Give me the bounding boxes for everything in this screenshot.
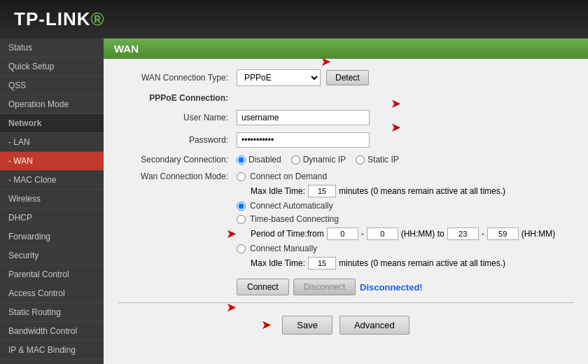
time-from-min[interactable] — [367, 227, 398, 240]
mode-manual-label: Connect Manually — [250, 244, 317, 253]
wan-form: WAN Connection Type: PPPoE Dynamic IP St… — [104, 59, 588, 349]
secondary-connection-label: Secondary Connection: — [118, 155, 237, 164]
wan-mode-label: Wan Connection Mode: — [118, 172, 237, 181]
arrow-password: ➤ — [391, 120, 401, 135]
demand-idle-input[interactable] — [308, 185, 336, 197]
wan-mode-options: Connect on Demand Max Idle Time: minutes… — [237, 172, 555, 295]
mode-manual: Connect Manually — [237, 244, 555, 253]
password-label: Password: — [118, 135, 237, 145]
secondary-static-option[interactable]: Static IP — [356, 155, 399, 164]
secondary-dynamic-option[interactable]: Dynamic IP — [291, 155, 346, 164]
mode-manual-radio[interactable] — [237, 244, 246, 253]
secondary-connection-row: Secondary Connection: Disabled Dynamic I… — [118, 155, 574, 164]
logo-symbol: ® — [91, 8, 105, 29]
time-hhmm2-label: (HH:MM) — [522, 229, 556, 239]
sidebar-item-dynamic-dns[interactable]: Dynamic DNS — [0, 360, 104, 364]
sidebar-item-access-control[interactable]: Access Control — [0, 284, 104, 303]
secondary-disabled-label: Disabled — [248, 155, 281, 164]
sidebar-item-lan[interactable]: - LAN — [0, 133, 104, 152]
sidebar-item-qss[interactable]: QSS — [0, 76, 104, 95]
arrow-connection-type: ➤ — [321, 54, 331, 69]
sidebar-item-quick-setup[interactable]: Quick Setup — [0, 57, 104, 76]
main-layout: Status Quick Setup QSS Operation Mode Ne… — [0, 38, 588, 364]
connection-type-label: WAN Connection Type: — [118, 73, 237, 83]
time-sep2: - — [482, 229, 484, 239]
connect-button[interactable]: Connect — [237, 279, 289, 295]
mode-auto: Connect Automatically — [237, 201, 555, 211]
advanced-button[interactable]: Advanced — [340, 316, 410, 335]
manual-idle-input[interactable] — [308, 257, 336, 270]
manual-idle-suffix: minutes (0 means remain active at all ti… — [339, 258, 505, 268]
password-row: Password: ➤ — [118, 132, 574, 148]
sidebar-item-status[interactable]: Status — [0, 38, 104, 57]
sidebar-item-wireless[interactable]: Wireless — [0, 190, 104, 209]
username-input[interactable] — [237, 110, 370, 125]
arrow-auto-connect: ➤ — [226, 226, 237, 241]
wan-mode-row: Wan Connection Mode: Connect on Demand M… — [118, 172, 574, 295]
pppoe-connection-label: PPPoE Connection: — [118, 93, 237, 103]
time-to-min[interactable] — [487, 227, 519, 240]
secondary-dynamic-radio[interactable] — [291, 155, 300, 164]
password-input[interactable] — [237, 132, 370, 148]
mode-demand-radio[interactable] — [237, 172, 246, 181]
time-from-label: Period of Time:from — [251, 229, 324, 239]
sidebar-item-security[interactable]: Security — [0, 246, 104, 265]
demand-idle-suffix: minutes (0 means remain active at all ti… — [339, 186, 505, 196]
mode-time-label: Time-based Connecting — [250, 214, 339, 224]
username-row: User Name: ➤ — [118, 110, 574, 125]
connection-type-select[interactable]: PPPoE Dynamic IP Static IP L2TP PPTP — [237, 69, 321, 86]
manual-idle-label: Max Idle Time: — [251, 258, 305, 268]
mode-auto-radio[interactable] — [237, 202, 246, 211]
arrow-save: ➤ — [261, 317, 272, 332]
demand-idle-row: Max Idle Time: minutes (0 means remain a… — [251, 185, 555, 197]
mode-demand: Connect on Demand — [237, 172, 555, 181]
time-from-hour[interactable] — [327, 227, 358, 240]
header: TP-LINK® — [0, 0, 588, 38]
content-area: WAN WAN Connection Type: PPPoE Dynamic I… — [104, 38, 588, 364]
secondary-static-label: Static IP — [368, 155, 399, 164]
time-to-hour[interactable] — [447, 227, 479, 240]
sidebar-item-forwarding[interactable]: Forwarding — [0, 227, 104, 246]
time-hhmm-label: (HH:MM) to — [401, 229, 444, 239]
detect-button[interactable]: Detect — [326, 70, 369, 85]
sidebar-item-ip-mac-binding[interactable]: IP & MAC Binding — [0, 341, 104, 360]
sidebar-item-network[interactable]: Network — [0, 114, 104, 133]
username-label: User Name: — [118, 113, 237, 122]
time-inputs-row: Period of Time:from - (HH:MM) to - (HH:M… — [251, 227, 555, 240]
save-button[interactable]: Save — [282, 316, 332, 335]
sidebar-item-parental-control[interactable]: Parental Control — [0, 265, 104, 284]
logo: TP-LINK® — [14, 8, 105, 30]
sidebar-item-mac-clone[interactable]: - MAC Clone — [0, 171, 104, 190]
sidebar: Status Quick Setup QSS Operation Mode Ne… — [0, 38, 104, 364]
pppoe-section-row: PPPoE Connection: — [118, 93, 574, 103]
arrow-username: ➤ — [391, 96, 401, 111]
secondary-connection-options: Disabled Dynamic IP Static IP — [237, 155, 399, 164]
secondary-static-radio[interactable] — [356, 155, 365, 164]
connect-btn-row: Connect Disconnect Disconnected! — [237, 279, 555, 295]
bottom-buttons: ➤ Save Advanced — [118, 310, 574, 338]
sidebar-item-bandwidth-control[interactable]: Bandwidth Control — [0, 322, 104, 341]
sidebar-item-dhcp[interactable]: DHCP — [0, 209, 104, 227]
disconnect-button[interactable]: Disconnect — [293, 279, 356, 295]
arrow-connect-btn: ➤ — [226, 300, 237, 315]
mode-time: Time-based Connecting — [237, 214, 555, 224]
manual-idle-row: Max Idle Time: minutes (0 means remain a… — [251, 257, 555, 270]
mode-auto-label: Connect Automatically — [250, 201, 333, 211]
demand-idle-label: Max Idle Time: — [251, 186, 305, 196]
secondary-disabled-radio[interactable] — [237, 155, 246, 164]
page-title: WAN — [104, 38, 588, 59]
disconnected-status: Disconnected! — [360, 282, 423, 293]
sidebar-item-operation-mode[interactable]: Operation Mode — [0, 95, 104, 114]
sidebar-item-static-routing[interactable]: Static Routing — [0, 303, 104, 322]
secondary-disabled-option[interactable]: Disabled — [237, 155, 281, 164]
sidebar-item-wan[interactable]: - WAN — [0, 152, 104, 171]
connection-type-row: WAN Connection Type: PPPoE Dynamic IP St… — [118, 69, 574, 86]
divider — [118, 302, 574, 303]
time-sep1: - — [361, 229, 364, 239]
mode-demand-label: Connect on Demand — [250, 172, 327, 181]
mode-time-radio[interactable] — [237, 215, 246, 224]
secondary-dynamic-label: Dynamic IP — [303, 155, 346, 164]
